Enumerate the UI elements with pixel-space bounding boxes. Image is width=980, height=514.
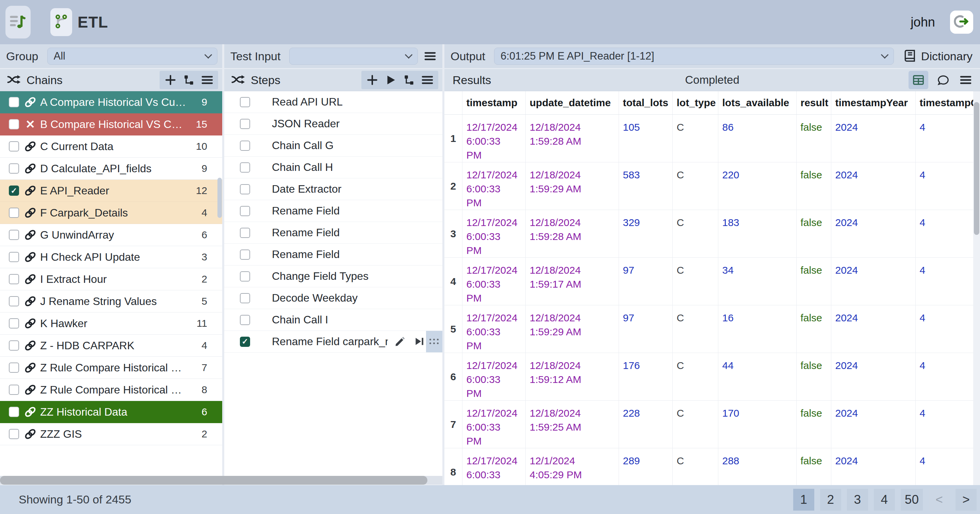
column-header[interactable]: timestampYear (831, 91, 915, 115)
horizontal-scrollbar-track[interactable] (0, 476, 442, 485)
step-item[interactable]: Rename Field (224, 244, 442, 266)
chain-item[interactable]: ZZ Historical Data6 (0, 401, 222, 423)
table-row[interactable]: 612/17/2024 6:00:33 PM12/18/2024 1:59:12… (444, 353, 973, 400)
chain-item[interactable]: H Check API Update3 (0, 246, 222, 268)
menu-icon[interactable] (420, 73, 435, 87)
next-page-button[interactable]: > (956, 489, 977, 511)
chain-item[interactable]: I Extract Hour2 (0, 268, 222, 290)
chain-checkbox[interactable] (9, 97, 19, 107)
column-header[interactable]: lot_type (672, 91, 718, 115)
chain-checkbox[interactable] (9, 141, 19, 151)
column-header[interactable]: update_datetime (525, 91, 619, 115)
column-header[interactable]: result (796, 91, 831, 115)
results-scrollbar-thumb[interactable] (974, 102, 979, 235)
step-item[interactable]: Rename Field (224, 222, 442, 244)
step-item[interactable]: Date Extractor (224, 178, 442, 200)
chain-item[interactable]: D Calculate_API_fields9 (0, 158, 222, 180)
step-checkbox[interactable] (240, 293, 250, 303)
chain-checkbox[interactable] (9, 230, 19, 240)
chain-item[interactable]: C Current Data10 (0, 135, 222, 158)
step-item[interactable]: Decode Weekday (224, 287, 442, 309)
chain-item[interactable]: ZZZ GIS2 (0, 423, 222, 445)
results-scrollbar-track[interactable] (973, 91, 980, 485)
test-input-menu-icon[interactable] (423, 49, 438, 63)
menu-icon[interactable] (200, 73, 215, 87)
table-row[interactable]: 212/17/2024 6:00:33 PM12/18/2024 1:59:29… (444, 162, 973, 210)
step-checkbox[interactable] (240, 141, 250, 151)
add-step-icon[interactable] (365, 73, 380, 87)
run-icon[interactable] (383, 73, 398, 87)
table-row[interactable]: 812/17/2024 6:00:33 PM12/1/2024 4:05:29 … (444, 448, 973, 485)
logout-button[interactable] (950, 11, 973, 34)
step-item[interactable]: Read API URL (224, 91, 442, 113)
step-checkbox[interactable] (240, 228, 250, 238)
chain-item[interactable]: G UnwindArray6 (0, 224, 222, 246)
comment-icon[interactable] (936, 73, 951, 87)
page-button[interactable]: 3 (847, 489, 868, 511)
chain-checkbox[interactable] (9, 407, 19, 417)
chain-checkbox[interactable]: ✓ (9, 186, 19, 196)
dictionary-button[interactable]: Dictionary (903, 48, 972, 64)
page-button[interactable]: 2 (820, 489, 841, 511)
horizontal-scrollbar-thumb[interactable] (0, 476, 427, 485)
hierarchy-icon[interactable] (401, 73, 417, 87)
column-header[interactable]: timestamp (462, 91, 525, 115)
chain-checkbox[interactable] (9, 429, 19, 439)
run-to-step-icon[interactable] (413, 335, 426, 348)
column-header[interactable]: timestampQuarter (915, 91, 973, 115)
chain-item[interactable]: ✓E API_Reader12 (0, 180, 222, 202)
chain-checkbox[interactable] (9, 296, 19, 306)
chains-scrollbar[interactable] (218, 178, 222, 218)
table-row[interactable]: 412/17/2024 6:00:33 PM12/18/2024 1:59:17… (444, 257, 973, 305)
table-view-icon[interactable] (908, 71, 928, 89)
step-item[interactable]: Change Field Types (224, 266, 442, 287)
menu-icon[interactable] (958, 73, 973, 87)
output-select[interactable]: 6:01:25 PM E API_Reader [1-12] (494, 48, 894, 65)
chain-item[interactable]: A Compare Historical Vs Cu…9 (0, 91, 222, 113)
table-row[interactable]: 312/17/2024 6:00:33 PM12/18/2024 1:59:28… (444, 210, 973, 257)
group-select[interactable]: All (47, 48, 218, 65)
chain-item[interactable]: Z Rule Compare Historical …8 (0, 379, 222, 401)
table-row[interactable]: 112/17/2024 6:00:33 PM12/18/2024 1:59:28… (444, 115, 973, 162)
chain-item[interactable]: K Hawker11 (0, 312, 222, 334)
chain-item[interactable]: F Carpark_Details4 (0, 202, 222, 224)
step-checkbox[interactable] (240, 119, 250, 129)
step-checkbox[interactable] (240, 250, 250, 260)
drag-handle[interactable] (426, 331, 442, 352)
app-logo-button[interactable] (5, 6, 30, 38)
page-button[interactable]: 50 (901, 489, 923, 511)
chain-checkbox[interactable] (9, 119, 19, 129)
step-item[interactable]: Chain Call G (224, 135, 442, 157)
chain-checkbox[interactable] (9, 163, 19, 173)
step-item[interactable]: JSON Reader (224, 113, 442, 135)
step-checkbox[interactable] (240, 97, 250, 107)
step-item[interactable]: Chain Call I (224, 309, 442, 331)
table-row[interactable]: 712/17/2024 6:00:33 PM12/18/2024 1:59:25… (444, 400, 973, 448)
table-row[interactable]: 512/17/2024 6:00:33 PM12/18/2024 1:59:29… (444, 305, 973, 353)
test-input-select[interactable] (289, 48, 418, 65)
column-header[interactable]: total_lots (619, 91, 672, 115)
step-checkbox[interactable] (240, 162, 250, 173)
chain-item[interactable]: Z Rule Compare Historical …7 (0, 357, 222, 379)
column-header[interactable] (444, 91, 462, 115)
chain-checkbox[interactable] (9, 208, 19, 218)
step-checkbox[interactable] (240, 206, 250, 216)
step-item[interactable]: Chain Call H (224, 157, 442, 178)
step-checkbox[interactable] (240, 271, 250, 282)
prev-page-button[interactable]: < (929, 489, 950, 511)
page-button[interactable]: 4 (874, 489, 895, 511)
chain-checkbox[interactable] (9, 363, 19, 373)
chain-item[interactable]: ✕B Compare Historical VS C…15 (0, 113, 222, 135)
step-item[interactable]: Rename Field (224, 200, 442, 222)
etl-nav-button[interactable] (50, 8, 72, 36)
chain-checkbox[interactable] (9, 385, 19, 395)
chain-checkbox[interactable] (9, 252, 19, 262)
page-button[interactable]: 1 (793, 489, 814, 511)
chain-item[interactable]: J Rename String Values5 (0, 290, 222, 312)
hierarchy-icon[interactable] (181, 73, 196, 87)
step-checkbox[interactable] (240, 184, 250, 194)
step-checkbox[interactable] (240, 315, 250, 325)
chain-checkbox[interactable] (9, 341, 19, 351)
chain-item[interactable]: Z - HDB CARPARK4 (0, 334, 222, 357)
chain-checkbox[interactable] (9, 318, 19, 328)
